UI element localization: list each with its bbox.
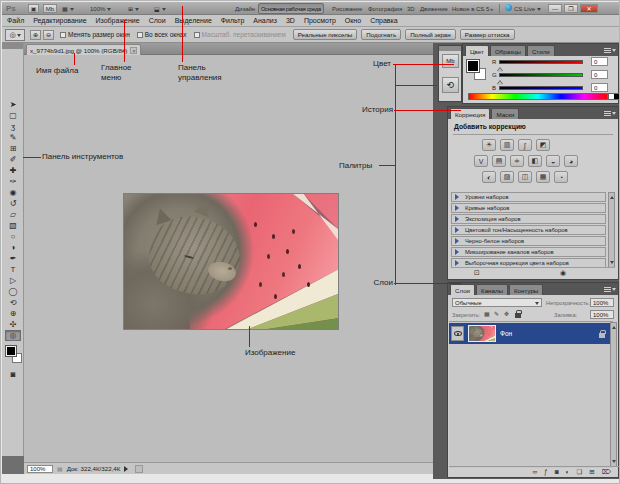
workspace-overflow-chevron[interactable]: » xyxy=(490,4,493,13)
new-group-icon[interactable]: ❏ xyxy=(577,468,583,476)
tab-styles[interactable]: Стили xyxy=(527,45,555,56)
new-adjustment-layer-icon[interactable]: ◐ xyxy=(566,468,570,475)
presets-scrollbar[interactable] xyxy=(608,192,615,268)
clone-stamp-tool[interactable]: ◉ xyxy=(5,187,21,198)
fit-screen-button[interactable]: Подогнать xyxy=(361,29,401,40)
arrange-documents-icon[interactable]: ⊞ xyxy=(128,4,139,13)
mini-bridge-panel-icon[interactable]: Mb xyxy=(442,54,459,68)
3d-orbit-tool[interactable]: ⊕ xyxy=(5,308,21,319)
status-zoom-field[interactable]: 100% xyxy=(27,465,53,473)
workspace-new-in-cs5[interactable]: Новое в CS 5 xyxy=(452,4,489,13)
color-spectrum-ramp[interactable] xyxy=(468,93,608,100)
preset-black-white[interactable]: Черно-белое наборов xyxy=(451,236,606,246)
add-layer-mask-icon[interactable]: ◙ xyxy=(555,468,559,475)
move-tool[interactable]: ➤ xyxy=(5,99,21,110)
tab-channels[interactable]: Каналы xyxy=(476,284,508,295)
color-balance-icon[interactable]: ≑ xyxy=(510,155,524,167)
zoom-level-dropdown[interactable]: 100% xyxy=(90,4,111,13)
workspace-painting[interactable]: Рисование xyxy=(332,4,362,13)
channel-g-value[interactable]: 0 xyxy=(591,70,608,79)
print-size-button[interactable]: Размер оттиска xyxy=(460,29,515,40)
menu-help[interactable]: Справка xyxy=(370,17,397,24)
preset-channel-mixer[interactable]: Микширование каналов наборов xyxy=(451,247,606,257)
workspace-active-button[interactable]: Основная рабочая среда xyxy=(258,3,324,14)
layer-visibility-toggle[interactable] xyxy=(451,326,464,341)
document-image[interactable] xyxy=(123,193,339,330)
gradient-tool[interactable]: ▧ xyxy=(5,220,21,231)
actual-pixels-button[interactable]: Реальные пикселы xyxy=(293,29,358,40)
path-selection-tool[interactable]: ▷ xyxy=(5,275,21,286)
zoom-in-button[interactable]: ⊕ xyxy=(30,30,41,40)
tab-color[interactable]: Цвет xyxy=(465,45,489,56)
zoom-out-button[interactable]: ⊖ xyxy=(43,30,54,40)
menu-3d[interactable]: 3D xyxy=(286,17,295,24)
restore-button[interactable]: ❐ xyxy=(564,4,578,13)
history-panel-icon[interactable]: ⟲ xyxy=(442,77,459,93)
crop-tool[interactable]: ⊞ xyxy=(5,143,21,154)
workspace-motion[interactable]: Движение xyxy=(420,4,448,13)
lock-all-icon[interactable] xyxy=(515,313,521,318)
menu-view[interactable]: Просмотр xyxy=(304,17,336,24)
tab-layers[interactable]: Слои xyxy=(450,284,475,295)
hue-saturation-icon[interactable]: ▤ xyxy=(492,155,506,167)
blur-tool[interactable]: ○ xyxy=(5,231,21,242)
menu-filter[interactable]: Фильтр xyxy=(221,17,245,24)
fill-field[interactable]: 100% xyxy=(590,310,614,319)
switch-panel-view-icon[interactable]: ⊡ xyxy=(474,269,480,277)
tools-panel-header[interactable] xyxy=(2,43,23,49)
brightness-contrast-icon[interactable]: ☀ xyxy=(482,139,496,151)
menu-window[interactable]: Окно xyxy=(345,17,361,24)
channel-b-slider[interactable] xyxy=(499,86,583,90)
channel-mixer-icon[interactable]: ◕ xyxy=(564,155,578,167)
gradient-map-icon[interactable]: ▦ xyxy=(536,171,550,183)
lasso-tool[interactable]: ʒ xyxy=(5,121,21,132)
layers-scrollbar[interactable] xyxy=(610,322,617,467)
all-windows-checkbox[interactable]: Во всех окнах xyxy=(137,31,187,38)
threshold-icon[interactable]: ◫ xyxy=(518,171,532,183)
menu-image[interactable]: Изображение xyxy=(96,17,140,24)
channel-r-slider[interactable] xyxy=(499,60,583,64)
preset-levels[interactable]: Уровни наборов xyxy=(451,192,606,202)
zoom-tool[interactable]: ◎ xyxy=(5,330,21,341)
delete-layer-icon[interactable]: ⌦ xyxy=(602,468,611,476)
quick-selection-tool[interactable]: ✎ xyxy=(5,132,21,143)
opacity-field[interactable]: 100% xyxy=(590,298,614,307)
panel-menu-icon[interactable] xyxy=(604,110,615,117)
scroll-down-icon[interactable] xyxy=(610,261,614,266)
tab-paths[interactable]: Контуры xyxy=(509,284,543,295)
panel-menu-icon[interactable] xyxy=(604,47,615,54)
menu-select[interactable]: Выделение xyxy=(175,17,212,24)
panel-menu-icon[interactable] xyxy=(604,286,615,293)
levels-icon[interactable]: ▥ xyxy=(500,139,514,151)
minimize-button[interactable]: — xyxy=(548,4,562,13)
tab-swatches[interactable]: Образцы xyxy=(490,45,526,56)
preset-hue-saturation[interactable]: Цветовой тон/Насыщенность наборов xyxy=(451,225,606,235)
vibrance-icon[interactable]: V xyxy=(474,155,488,167)
preset-curves[interactable]: Кривые наборов xyxy=(451,203,606,213)
shape-tool[interactable]: ◯ xyxy=(5,286,21,297)
channel-g-slider[interactable] xyxy=(499,73,583,77)
status-menu-arrow-icon[interactable] xyxy=(124,466,131,472)
lock-transparency-icon[interactable]: ▦ xyxy=(484,310,490,317)
color-panel-foreground-swatch[interactable] xyxy=(467,60,479,72)
resize-windows-checkbox[interactable]: Менять размер окон xyxy=(60,31,130,38)
workspace-photography[interactable]: Фотография xyxy=(368,4,402,13)
tab-masks[interactable]: Маски xyxy=(491,108,519,119)
preset-exposure[interactable]: Экспозиция наборов xyxy=(451,214,606,224)
clip-to-layer-icon[interactable]: ◉ xyxy=(560,269,566,277)
view-extras-icon[interactable]: ▦ xyxy=(62,4,74,13)
scroll-up-icon[interactable] xyxy=(610,194,614,199)
exposure-icon[interactable]: ◩ xyxy=(536,139,550,151)
quick-mask-button[interactable]: ◙ xyxy=(5,369,21,380)
scroll-up-icon[interactable] xyxy=(612,324,616,329)
posterize-icon[interactable]: ▨ xyxy=(500,171,514,183)
pen-tool[interactable]: ✒ xyxy=(5,253,21,264)
close-tab-icon[interactable]: × xyxy=(130,47,137,54)
channel-r-value[interactable]: 0 xyxy=(591,57,608,66)
blend-mode-select[interactable]: Обычные xyxy=(452,298,542,307)
layer-row-background[interactable]: Фон xyxy=(449,323,613,344)
eyedropper-tool[interactable]: ✐ xyxy=(5,154,21,165)
scroll-down-icon[interactable] xyxy=(612,460,616,465)
spectrum-end-swatches[interactable] xyxy=(608,93,620,100)
channel-r-slider-marker[interactable] xyxy=(497,65,503,72)
